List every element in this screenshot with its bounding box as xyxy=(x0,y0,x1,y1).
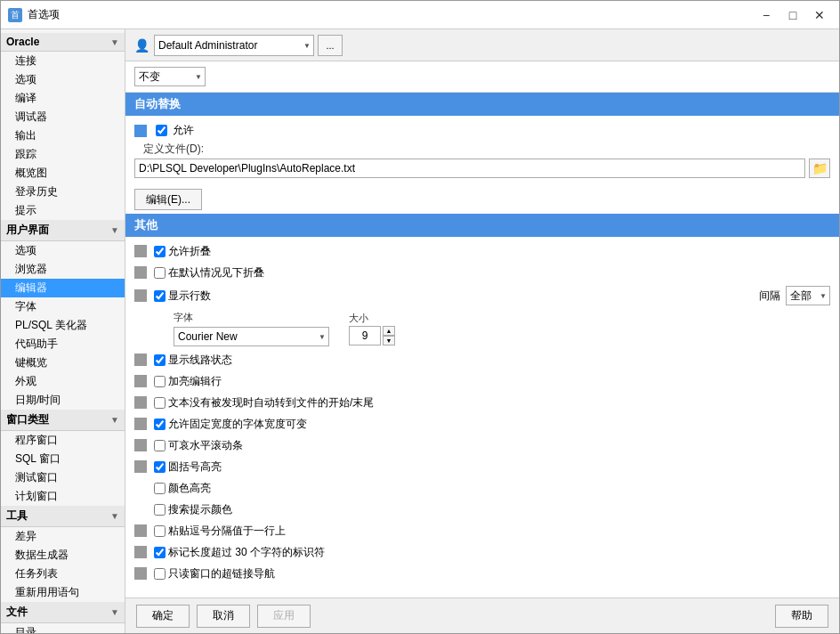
cancel-button[interactable]: 取消 xyxy=(197,605,250,628)
checkbox-allow-fold[interactable] xyxy=(154,246,166,257)
sidebar-item-program-window[interactable]: 程序窗口 xyxy=(1,431,125,450)
sidebar-item-login-history[interactable]: 登录历史 xyxy=(1,183,125,201)
cb-cell-12 xyxy=(150,547,168,558)
label-auto-wrap: 文本没有被发现时自动转到文件的开始/末尾 xyxy=(168,395,830,410)
sidebar-item-font[interactable]: 字体 xyxy=(1,297,125,316)
sidebar-item-data-gen[interactable]: 数据生成器 xyxy=(1,546,125,565)
main-content: Oracle ▼ 连接 选项 编译 调试器 输出 跟踪 概览图 登录历史 提示 … xyxy=(1,29,839,633)
font-select[interactable]: Courier New Arial Consolas Courier xyxy=(174,327,329,346)
row-indicator-5 xyxy=(134,396,147,409)
sidebar-item-appearance[interactable]: 外观 xyxy=(1,372,125,391)
sidebar-item-overview[interactable]: 概览图 xyxy=(1,164,125,183)
cb-cell-2 xyxy=(150,290,168,302)
checkbox-highlight-edit[interactable] xyxy=(154,376,166,387)
sidebar-group-tools[interactable]: 工具 ▼ xyxy=(1,506,125,527)
window-title: 首选项 xyxy=(28,7,754,22)
sidebar-item-sql-window[interactable]: SQL 窗口 xyxy=(1,450,125,468)
sidebar-item-task-list[interactable]: 任务列表 xyxy=(1,565,125,583)
checkbox-default-fold[interactable] xyxy=(154,267,166,279)
row-hscroll: 可哀水平滚动条 xyxy=(125,435,839,456)
checkbox-color-highlight[interactable] xyxy=(154,483,166,494)
cb-cell-0 xyxy=(150,246,168,257)
sidebar-item-options1[interactable]: 选项 xyxy=(1,70,125,89)
chevron-down-icon-ui: ▼ xyxy=(110,225,119,235)
sidebar-item-options2[interactable]: 选项 xyxy=(1,241,125,260)
row-indicator-6 xyxy=(134,418,147,430)
allow-label: 允许 xyxy=(173,123,194,138)
close-button[interactable]: ✕ xyxy=(807,3,832,28)
sidebar-item-diff[interactable]: 差异 xyxy=(1,527,125,546)
cb-cell-5 xyxy=(150,397,168,409)
interval-label: 间隔 xyxy=(759,289,780,304)
help-button[interactable]: 帮助 xyxy=(775,605,828,628)
interval-select[interactable]: 全部 奇数 偶数 xyxy=(786,286,830,305)
row-indicator-0 xyxy=(134,245,147,257)
ok-button[interactable]: 确定 xyxy=(136,605,190,628)
label-show-status: 显示线路状态 xyxy=(168,353,830,368)
sidebar-item-browser[interactable]: 浏览器 xyxy=(1,260,125,279)
cb-cell-1 xyxy=(150,267,168,279)
checkbox-search-hint-color[interactable] xyxy=(154,504,166,516)
chevron-down-icon-file: ▼ xyxy=(110,607,119,617)
font-row: 字体 Courier New Arial Consolas Courier 大小 xyxy=(125,308,839,349)
sidebar-item-editor[interactable]: 编辑器 xyxy=(1,279,125,297)
sidebar-group-ui[interactable]: 用户界面 ▼ xyxy=(1,220,125,241)
sidebar-item-connect[interactable]: 连接 xyxy=(1,52,125,70)
sidebar-item-key-overview[interactable]: 键概览 xyxy=(1,354,125,372)
sidebar-item-trace[interactable]: 跟踪 xyxy=(1,145,125,164)
checkbox-readonly-nav[interactable] xyxy=(154,568,166,580)
sidebar-item-code-assistant[interactable]: 代码助手 xyxy=(1,335,125,354)
browse-button[interactable]: 📁 xyxy=(809,158,830,178)
sidebar-item-debugger[interactable]: 调试器 xyxy=(1,108,125,126)
apply-button[interactable]: 应用 xyxy=(257,605,311,628)
sidebar-group-window-type[interactable]: 窗口类型 ▼ xyxy=(1,410,125,431)
cb-cell-3 xyxy=(150,354,168,366)
profile-select[interactable]: Default Administrator xyxy=(154,35,314,56)
allow-indicator xyxy=(134,125,147,137)
row-indicator-13 xyxy=(134,567,147,580)
more-button[interactable]: ... xyxy=(318,35,343,56)
checkbox-auto-wrap[interactable] xyxy=(154,397,166,409)
sidebar-item-datetime[interactable]: 日期/时间 xyxy=(1,391,125,410)
row-indicator-2 xyxy=(134,289,147,302)
sidebar-item-directory[interactable]: 目录 xyxy=(1,623,125,633)
file-path-input[interactable] xyxy=(134,158,805,178)
cb-cell-9 xyxy=(150,483,168,494)
minimize-button[interactable]: − xyxy=(754,3,779,28)
size-group: 大小 ▲ ▼ xyxy=(349,312,395,345)
bubian-select[interactable]: 不变 xyxy=(134,67,206,86)
label-default-fold: 在默认情况见下折叠 xyxy=(168,265,830,280)
row-readonly-nav: 只读窗口的超链接导航 xyxy=(125,563,839,584)
size-input-wrap: ▲ ▼ xyxy=(349,326,395,345)
sidebar-group-oracle[interactable]: Oracle ▼ xyxy=(1,33,125,52)
sidebar-item-reuse-stmt[interactable]: 重新用用语句 xyxy=(1,583,125,602)
checkbox-show-line-num[interactable] xyxy=(154,290,166,302)
checkbox-mark-long[interactable] xyxy=(154,547,166,558)
checkbox-show-status[interactable] xyxy=(154,354,166,366)
content-area: 不变 自动替换 允许 定义文件(D): 📁 xyxy=(125,61,839,597)
sidebar-item-compile[interactable]: 编译 xyxy=(1,89,125,108)
file-path-row: 📁 xyxy=(134,158,830,178)
size-up-button[interactable]: ▲ xyxy=(383,326,395,336)
sidebar-item-plan-window[interactable]: 计划窗口 xyxy=(1,487,125,506)
cb-cell-6 xyxy=(150,419,168,430)
edit-button[interactable]: 编辑(E)... xyxy=(134,189,202,210)
checkbox-paste-csv[interactable] xyxy=(154,525,166,537)
label-mark-long: 标记长度超过 30 个字符的标识符 xyxy=(168,545,830,560)
checkbox-hscroll[interactable] xyxy=(154,440,166,451)
size-down-button[interactable]: ▼ xyxy=(383,336,395,345)
sidebar-group-file[interactable]: 文件 ▼ xyxy=(1,602,125,623)
sidebar-item-hint[interactable]: 提示 xyxy=(1,201,125,220)
sidebar-item-beautifier[interactable]: PL/SQL 美化器 xyxy=(1,316,125,335)
checkbox-fixed-width[interactable] xyxy=(154,419,166,430)
define-file-label: 定义文件(D): xyxy=(134,142,830,157)
sidebar-item-output[interactable]: 输出 xyxy=(1,126,125,145)
label-paren-highlight: 圆括号高亮 xyxy=(168,459,830,475)
size-input[interactable] xyxy=(349,326,381,345)
checkbox-paren-highlight[interactable] xyxy=(154,461,166,473)
label-fixed-width: 允许固定宽度的字体宽度可变 xyxy=(168,417,830,432)
sidebar-item-test-window[interactable]: 测试窗口 xyxy=(1,468,125,487)
label-paste-csv: 粘贴逗号分隔值于一行上 xyxy=(168,524,830,539)
maximize-button[interactable]: □ xyxy=(780,3,805,28)
allow-checkbox[interactable] xyxy=(156,125,167,136)
